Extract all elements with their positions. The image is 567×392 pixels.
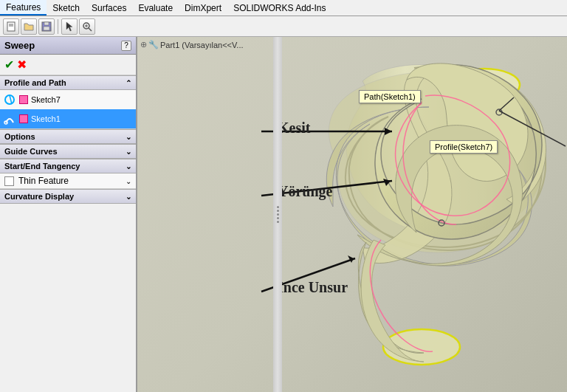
path-sketch-label: Sketch1 (31, 114, 61, 123)
toolbar-btn-pointer[interactable] (61, 18, 78, 35)
svg-line-8 (89, 28, 92, 31)
profile-path-section: Sketch7 Sketch1 (0, 90, 136, 129)
start-end-tangency-header[interactable]: Start/End Tangency ⌄ (0, 159, 136, 173)
sweep-title: Sweep (4, 40, 35, 51)
options-header[interactable]: Options ⌄ (0, 129, 136, 144)
yorunge-annotation: Yörünge (278, 183, 332, 200)
profile-path-collapse-icon: ⌃ (126, 79, 131, 87)
path-color-box (19, 114, 28, 123)
resize-dot-2 (277, 210, 279, 212)
start-end-tangency-label: Start/End Tangency (4, 162, 80, 171)
main-container: Sweep ? ✔ ✖ Profile and Path ⌃ (0, 37, 567, 392)
toolbar (0, 16, 567, 37)
profile-sketch-row[interactable]: Sketch7 (0, 90, 136, 109)
resize-dot-1 (277, 206, 279, 208)
left-panel: Sweep ? ✔ ✖ Profile and Path ⌃ (0, 37, 137, 392)
svg-rect-5 (44, 27, 49, 30)
cancel-button[interactable]: ✖ (17, 58, 27, 72)
resize-dot-5 (277, 221, 279, 223)
toolbar-btn-zoom[interactable] (79, 18, 95, 35)
toolbar-separator-1 (58, 19, 58, 34)
ince-unsur-text: İnce Unsur (278, 279, 348, 295)
sweep-header: Sweep ? (0, 37, 136, 55)
curvature-display-header[interactable]: Curvature Display ⌄ (0, 189, 136, 204)
profile-tooltip: Profile(Sketch7) (430, 140, 498, 154)
ok-cancel-row: ✔ ✖ (0, 55, 136, 75)
guide-curves-label: Guide Curves (4, 147, 58, 156)
menu-addins[interactable]: SOLIDWORKS Add-Ins (227, 0, 331, 16)
toolbar-btn-new[interactable] (3, 18, 19, 35)
viewport-svg (137, 37, 567, 392)
svg-rect-0 (7, 22, 15, 31)
svg-marker-6 (66, 22, 72, 31)
ince-unsur-annotation: İnce Unsur (278, 279, 348, 296)
options-collapse-icon: ⌄ (126, 133, 131, 141)
menu-evaluate[interactable]: Evaluate (132, 0, 179, 16)
thin-feature-checkbox[interactable] (4, 176, 14, 186)
resize-handle[interactable] (273, 37, 282, 392)
thin-feature-label: Thin Feature (18, 176, 69, 186)
svg-marker-25 (348, 255, 354, 263)
resize-dot-3 (277, 213, 279, 216)
svg-rect-4 (44, 22, 49, 25)
options-label: Options (4, 132, 35, 141)
path-tooltip: Path(Sketch1) (359, 90, 421, 103)
profile-icon (3, 93, 16, 106)
profile-color-box (19, 95, 28, 104)
yorunge-text: Yörünge (278, 183, 332, 199)
viewport[interactable]: ⊕ 🔧 Part1 (Varsayılan<<V... (137, 37, 567, 392)
ok-button[interactable]: ✔ (4, 58, 14, 72)
toolbar-btn-save[interactable] (38, 18, 55, 35)
thin-feature-row: Thin Feature ⌄ (0, 173, 136, 188)
menu-sketch[interactable]: Sketch (47, 0, 86, 16)
sweep-help-button[interactable]: ? (121, 41, 131, 51)
profile-path-label: Profile and Path (4, 78, 66, 87)
path-sketch-row[interactable]: Sketch1 (0, 109, 136, 128)
menu-dimxpert[interactable]: DimXpert (179, 0, 227, 16)
menu-features[interactable]: Features (0, 0, 47, 16)
curvature-display-label: Curvature Display (4, 192, 74, 201)
path-tooltip-text: Path(Sketch1) (364, 92, 416, 101)
tree-part-name: Part1 (Varsayılan<<V... (160, 41, 244, 49)
profile-sketch-label: Sketch7 (31, 95, 61, 104)
kesit-annotation: Kesit (278, 120, 310, 137)
menubar: Features Sketch Surfaces Evaluate DimXpe… (0, 0, 567, 16)
svg-line-12 (10, 95, 12, 104)
path-icon (3, 112, 16, 125)
thin-feature-section: Thin Feature ⌄ (0, 173, 136, 188)
tree-header: ⊕ 🔧 Part1 (Varsayılan<<V... (140, 40, 244, 49)
profile-tooltip-text: Profile(Sketch7) (435, 142, 492, 151)
toolbar-btn-open[interactable] (21, 18, 37, 35)
guide-curves-collapse-icon: ⌄ (126, 148, 131, 156)
profile-path-header[interactable]: Profile and Path ⌃ (0, 75, 136, 90)
start-end-tangency-collapse-icon: ⌄ (126, 162, 131, 171)
kesit-text: Kesit (278, 120, 310, 136)
resize-dot-4 (277, 217, 279, 219)
curvature-display-collapse-icon: ⌄ (126, 193, 131, 201)
menu-surfaces[interactable]: Surfaces (86, 0, 132, 16)
guide-curves-header[interactable]: Guide Curves ⌄ (0, 144, 136, 159)
thin-feature-collapse-icon: ⌄ (126, 177, 131, 185)
